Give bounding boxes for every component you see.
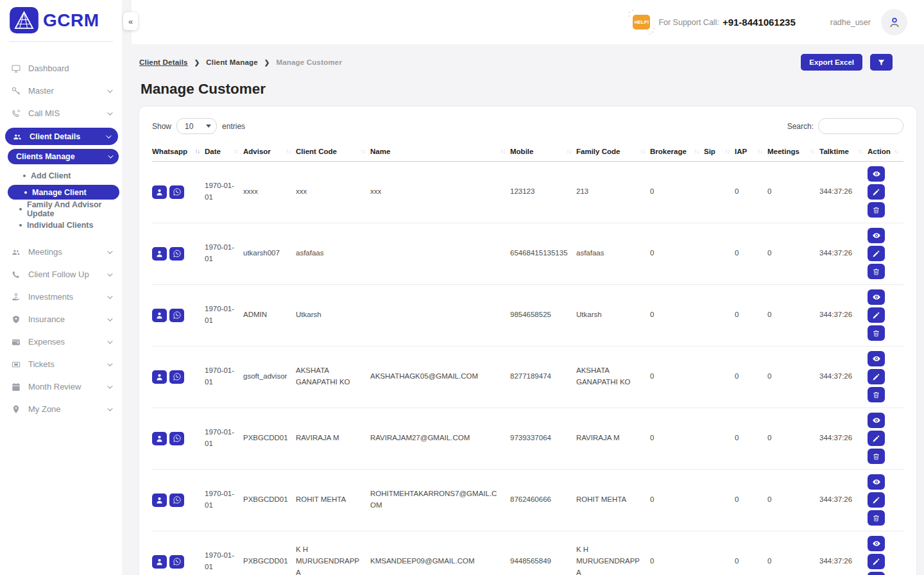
- contact-person-button[interactable]: [152, 185, 167, 199]
- sidebar-item-label: Dashboard: [28, 64, 69, 73]
- sidebar-item-client-details[interactable]: Client Details: [5, 128, 118, 145]
- col-header-action[interactable]: Action↑↓: [868, 142, 903, 161]
- whatsapp-icon: [173, 495, 182, 504]
- sidebar-nav: Dashboard Master Call MIS Client Details…: [0, 42, 122, 420]
- sidebar-item-investments[interactable]: Investments: [0, 286, 122, 308]
- sort-icon[interactable]: ↑↓: [501, 148, 506, 155]
- sidebar-collapse-button[interactable]: «: [123, 12, 138, 30]
- col-header-family-code[interactable]: Family Code↑↓: [576, 142, 650, 161]
- sidebar-item-insurance[interactable]: Insurance: [0, 308, 122, 330]
- col-header-meetings[interactable]: Meetings↑↓: [767, 142, 819, 161]
- col-header-talktime[interactable]: Talktime↑↓: [819, 142, 868, 161]
- help-badge[interactable]: HELP!: [633, 15, 650, 30]
- brand-logo[interactable]: GCRM: [0, 0, 122, 40]
- sort-icon[interactable]: ↑↓: [810, 148, 815, 155]
- filter-button[interactable]: [870, 54, 893, 71]
- col-header-name[interactable]: Name↑↓: [370, 142, 510, 161]
- delete-button[interactable]: [868, 387, 885, 402]
- delete-button[interactable]: [868, 572, 885, 575]
- whatsapp-button[interactable]: [169, 432, 184, 445]
- sort-icon[interactable]: ↑↓: [725, 148, 730, 155]
- sort-icon[interactable]: ↑↓: [567, 148, 572, 155]
- contact-person-button[interactable]: [152, 247, 167, 261]
- view-button[interactable]: [868, 413, 885, 428]
- contact-person-button[interactable]: [152, 555, 167, 569]
- view-button[interactable]: [868, 166, 885, 182]
- col-header-mobile[interactable]: Mobile↑↓: [510, 142, 576, 161]
- col-header-client-code[interactable]: Client Code↑↓: [296, 142, 370, 161]
- cell-mobile: 8277189474: [510, 346, 576, 408]
- view-button[interactable]: [868, 351, 885, 366]
- whatsapp-button[interactable]: [169, 185, 184, 199]
- edit-button[interactable]: [868, 246, 885, 261]
- cell-sip: [704, 346, 735, 408]
- contact-person-button[interactable]: [152, 493, 167, 507]
- edit-button[interactable]: [868, 492, 885, 508]
- chevron-down-icon: [108, 153, 113, 158]
- sidebar-item-clients-manage[interactable]: Clients Manage: [8, 149, 119, 164]
- sidebar-item-family-advisor-update[interactable]: Family And Advisor Update: [0, 201, 122, 217]
- delete-button[interactable]: [868, 449, 885, 464]
- contact-person-button[interactable]: [152, 432, 167, 445]
- sort-icon[interactable]: ↑↓: [858, 148, 863, 155]
- edit-button[interactable]: [868, 307, 885, 323]
- sort-icon[interactable]: ↑↓: [694, 148, 699, 155]
- cell-talktime: 344:37:26: [819, 284, 868, 346]
- sort-icon[interactable]: ↑↓: [361, 148, 366, 155]
- sidebar-item-dashboard[interactable]: Dashboard: [0, 57, 122, 80]
- sort-icon[interactable]: ↑↓: [234, 148, 239, 155]
- contact-person-button[interactable]: [152, 309, 167, 322]
- col-header-sip[interactable]: Sip↑↓: [704, 142, 735, 161]
- page-size-select[interactable]: 10: [176, 118, 217, 134]
- sidebar-item-month-review[interactable]: Month Review: [0, 375, 122, 398]
- sort-icon[interactable]: ↑↓: [195, 148, 200, 155]
- whatsapp-button[interactable]: [169, 309, 184, 322]
- sort-icon[interactable]: ↑↓: [640, 148, 646, 155]
- cell-advisor: PXBGCDD01: [243, 469, 296, 531]
- edit-button[interactable]: [868, 431, 885, 446]
- sidebar-item-client-follow-up[interactable]: Client Follow Up: [0, 263, 122, 286]
- sort-icon[interactable]: ↑↓: [894, 148, 899, 155]
- sidebar-item-my-zone[interactable]: My Zone: [0, 398, 122, 420]
- col-header-advisor[interactable]: Advisor↑↓: [243, 142, 296, 161]
- edit-button[interactable]: [868, 184, 885, 200]
- delete-button[interactable]: [868, 264, 885, 279]
- pencil-icon: [872, 496, 880, 504]
- edit-button[interactable]: [868, 554, 885, 569]
- bullet-icon: [19, 224, 22, 227]
- edit-button[interactable]: [868, 369, 885, 384]
- export-excel-button[interactable]: Export Excel: [801, 54, 862, 71]
- sidebar-item-manage-client[interactable]: Manage Client: [8, 185, 119, 200]
- whatsapp-button[interactable]: [169, 247, 184, 261]
- view-button[interactable]: [868, 228, 885, 243]
- whatsapp-button[interactable]: [169, 493, 184, 507]
- sidebar-item-add-client[interactable]: Add Client: [0, 167, 122, 184]
- delete-button[interactable]: [868, 202, 885, 218]
- search-input[interactable]: [818, 118, 903, 134]
- sort-icon[interactable]: ↑↓: [758, 148, 763, 155]
- view-button[interactable]: [868, 289, 885, 305]
- whatsapp-button[interactable]: [169, 555, 184, 569]
- col-header-whatsapp[interactable]: Whatsapp↑↓: [152, 142, 205, 161]
- col-header-brokerage[interactable]: Brokerage↑↓: [650, 142, 704, 161]
- view-button[interactable]: [868, 474, 885, 490]
- sidebar-item-meetings[interactable]: Meetings: [0, 241, 122, 263]
- user-avatar[interactable]: [881, 9, 907, 35]
- col-header-iap[interactable]: IAP↑↓: [735, 142, 767, 161]
- delete-button[interactable]: [868, 510, 885, 526]
- whatsapp-button[interactable]: [169, 370, 184, 384]
- sidebar-item-expenses[interactable]: Expenses: [0, 330, 122, 353]
- breadcrumb-client-details[interactable]: Client Details: [139, 58, 188, 66]
- sidebar-item-individual-clients[interactable]: Individual Clients: [0, 217, 122, 233]
- sort-icon[interactable]: ↑↓: [286, 148, 291, 155]
- contact-person-button[interactable]: [152, 370, 167, 384]
- cell-advisor: PXBGCDD01: [243, 531, 296, 575]
- sidebar-item-tickets[interactable]: Tickets: [0, 353, 122, 375]
- sidebar-item-master[interactable]: Master: [0, 80, 122, 102]
- col-header-date[interactable]: Date↑↓: [205, 142, 243, 161]
- view-button[interactable]: [868, 536, 885, 551]
- delete-button[interactable]: [868, 325, 885, 341]
- sidebar-item-call-mis[interactable]: Call MIS: [0, 102, 122, 124]
- breadcrumb-client-manage[interactable]: Client Manage: [206, 58, 258, 66]
- cell-brokerage: 0: [650, 284, 704, 346]
